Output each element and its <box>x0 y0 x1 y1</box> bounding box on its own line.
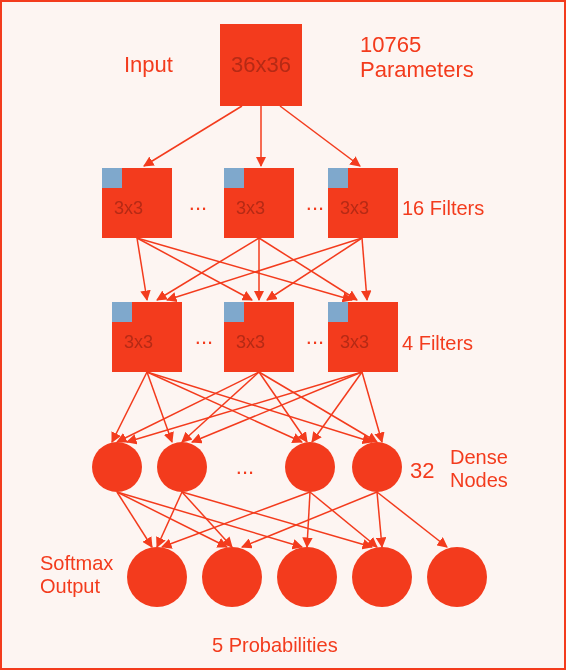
svg-text:3x3: 3x3 <box>340 198 369 218</box>
svg-rect-11 <box>328 168 348 188</box>
svg-rect-26 <box>224 302 244 322</box>
svg-line-21 <box>362 238 367 300</box>
svg-rect-29 <box>328 302 348 322</box>
svg-line-36 <box>182 372 259 442</box>
cnn-architecture-diagram: Input 10765 Parameters 16 Filters 4 Filt… <box>0 0 566 670</box>
svg-line-47 <box>182 492 232 547</box>
conv1-dots-1: ... <box>189 190 207 215</box>
svg-line-1 <box>144 106 242 166</box>
svg-line-13 <box>137 238 147 300</box>
svg-rect-5 <box>102 168 122 188</box>
dense-dots: ... <box>236 454 254 479</box>
svg-text:3x3: 3x3 <box>340 332 369 352</box>
svg-line-46 <box>157 492 182 547</box>
conv1-box-2: 3x3 <box>224 168 294 238</box>
conv2-dots-1: ... <box>195 324 213 349</box>
conv2-dots-2: ... <box>306 324 324 349</box>
input-size-text: 36x36 <box>231 52 291 77</box>
dense-node-1 <box>92 442 142 492</box>
svg-line-18 <box>259 238 357 300</box>
svg-line-54 <box>377 492 447 547</box>
svg-line-31 <box>112 372 147 442</box>
dense-node-2 <box>157 442 207 492</box>
svg-line-3 <box>280 106 360 166</box>
svg-line-35 <box>117 372 259 442</box>
svg-line-19 <box>167 238 362 300</box>
svg-rect-23 <box>112 302 132 322</box>
svg-text:3x3: 3x3 <box>114 198 143 218</box>
conv1-box-3: 3x3 <box>328 168 398 238</box>
svg-line-53 <box>377 492 382 547</box>
svg-line-20 <box>267 238 362 300</box>
conv2-box-3: 3x3 <box>328 302 398 372</box>
svg-text:3x3: 3x3 <box>124 332 153 352</box>
input-box: 36x36 <box>220 24 302 106</box>
conv1-dots-2: ... <box>306 190 324 215</box>
diagram-svg: 36x36 3x3 ... 3x3 ... 3x3 <box>2 2 566 670</box>
softmax-node-4 <box>352 547 412 607</box>
softmax-node-1 <box>127 547 187 607</box>
svg-line-37 <box>259 372 307 442</box>
svg-text:3x3: 3x3 <box>236 332 265 352</box>
softmax-node-5 <box>427 547 487 607</box>
dense-node-4 <box>352 442 402 492</box>
softmax-node-2 <box>202 547 262 607</box>
svg-line-39 <box>127 372 362 442</box>
conv2-box-1: 3x3 <box>112 302 182 372</box>
dense-node-3 <box>285 442 335 492</box>
svg-line-32 <box>147 372 172 442</box>
svg-line-49 <box>162 492 310 547</box>
svg-rect-8 <box>224 168 244 188</box>
svg-text:3x3: 3x3 <box>236 198 265 218</box>
conv1-box-1: 3x3 <box>102 168 172 238</box>
svg-line-42 <box>362 372 382 442</box>
conv2-box-2: 3x3 <box>224 302 294 372</box>
softmax-node-3 <box>277 547 337 607</box>
